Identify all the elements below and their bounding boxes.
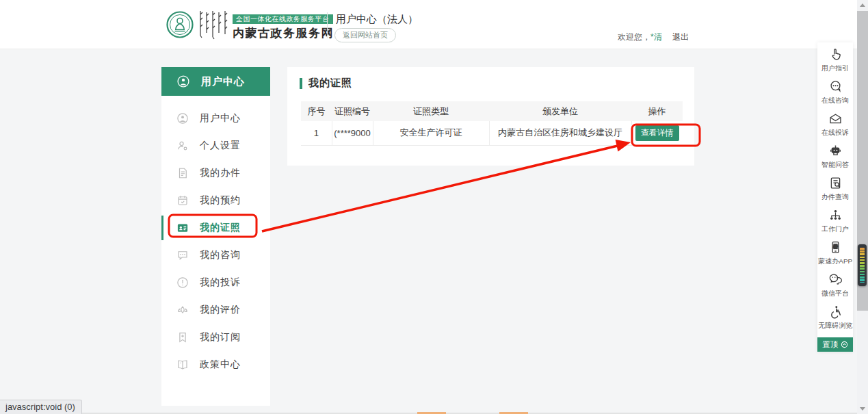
sidebar-item-label: 我的预约 (200, 194, 241, 207)
rp-item-online-consult[interactable]: 在线咨询 (817, 79, 853, 112)
rp-item-label: 无障碍浏览 (818, 321, 852, 330)
sidebar-item-label: 个人设置 (200, 140, 241, 152)
sidebar-item-label: 我的投诉 (200, 276, 241, 289)
alert-icon (176, 276, 189, 289)
view-details-button[interactable]: 查看详情 (635, 125, 679, 141)
header-divider (327, 12, 328, 38)
rp-item-label: 在线投诉 (821, 128, 849, 137)
sidebar-item-my-items[interactable]: 我的办件 (161, 159, 270, 187)
rp-item-user-guide[interactable]: 用户指引 (817, 47, 853, 79)
cell-issuer: 内蒙古自治区住房和城乡建设厅 (489, 121, 631, 145)
back-home-button[interactable]: 返回网站首页 (334, 28, 396, 42)
sidebar-item-policy-center[interactable]: 政策中心 (161, 351, 270, 378)
sidebar-item-my-certificates[interactable]: 我的证照 (161, 214, 270, 242)
col-header-action: 操作 (631, 101, 683, 121)
cell-cert-type: 安全生产许可证 (373, 121, 489, 145)
scroll-up-arrow-icon[interactable] (860, 3, 865, 7)
rp-item-label: 工作门户 (821, 224, 849, 233)
welcome-bar: 欢迎您，*清 退出 (618, 31, 689, 43)
wechat-icon (828, 272, 843, 287)
rp-item-label: 微信平台 (821, 289, 849, 298)
sidebar-item-label: 我的订阅 (200, 331, 241, 344)
browser-status-bubble: javascript:void (0) (0, 400, 82, 414)
rp-item-accessibility[interactable]: 无障碍浏览 (817, 305, 853, 337)
page-title: 用户中心（法人） (336, 13, 418, 26)
rp-item-label: 智能问答 (821, 160, 849, 169)
col-header-cert-type: 证照类型 (373, 101, 489, 121)
accessibility-icon (828, 305, 843, 319)
certificates-table: 序号 证照编号 证照类型 颁发单位 操作 1 (****9000 安全生产许可证… (301, 101, 683, 146)
calendar-icon (176, 194, 189, 207)
browser-scrollbar[interactable] (857, 0, 868, 414)
user-circle-icon (176, 75, 190, 88)
sidebar-item-label: 我的证照 (200, 222, 241, 234)
username[interactable]: *清 (650, 32, 662, 42)
sidebar-item-my-subscriptions[interactable]: 我的订阅 (161, 324, 270, 351)
top-header: 全国一体化在线政务服务平台 内蒙古政务服务网 用户中心（法人） 返回网站首页 欢… (0, 0, 857, 49)
id-card-icon (176, 222, 189, 234)
rp-item-label: 在线咨询 (821, 96, 849, 105)
rp-item-online-complaint[interactable]: 在线投诉 (817, 112, 853, 144)
complaint-letter-icon (828, 112, 843, 126)
sidebar-item-label: 我的办件 (200, 167, 241, 179)
rp-item-label: 办件查询 (821, 192, 849, 201)
section-title-bar (300, 78, 302, 89)
cell-action: 查看详情 (631, 121, 683, 145)
col-header-cert-no: 证照编号 (332, 101, 373, 121)
section-title: 我的证照 (300, 77, 352, 90)
page: 全国一体化在线政务服务平台 内蒙古政务服务网 用户中心（法人） 返回网站首页 欢… (0, 0, 868, 414)
sidebar-item-my-consultations[interactable]: 我的咨询 (161, 242, 270, 269)
sitemap-icon (828, 208, 843, 222)
scroll-down-arrow-icon[interactable] (860, 407, 865, 411)
back-to-top-button[interactable]: 置顶 (817, 337, 853, 352)
extension-meter-widget (858, 244, 867, 286)
sidebar-item-label: 我的评价 (200, 304, 241, 316)
sidebar-item-my-reviews[interactable]: 我的评价 (161, 296, 270, 324)
sidebar-selected-accent (161, 216, 163, 240)
document-icon (176, 167, 189, 179)
cell-seq: 1 (301, 121, 332, 145)
site-name: 内蒙古政务服务网 (233, 25, 334, 41)
praise-icon (176, 304, 189, 316)
online-chat-icon (828, 79, 843, 94)
sidebar-item-my-complaints[interactable]: 我的投诉 (161, 269, 270, 296)
sidebar-header: 用户中心 (161, 67, 270, 96)
svg-text:APP: APP (832, 246, 838, 248)
rp-item-label: 用户指引 (821, 64, 849, 73)
table-row: 1 (****9000 安全生产许可证 内蒙古自治区住房和城乡建设厅 查看详情 (301, 121, 683, 145)
rp-item-work-portal[interactable]: 工作门户 (817, 208, 853, 240)
app-phone-icon: APP (828, 240, 843, 255)
user-icon (176, 112, 189, 125)
my-certificates-panel: 我的证照 序号 证照编号 证照类型 颁发单位 操作 1 (****9000 安全… (287, 67, 694, 166)
sidebar-item-label: 政策中心 (200, 359, 241, 371)
sidebar-item-my-appointments[interactable]: 我的预约 (161, 187, 270, 214)
logout-link[interactable]: 退出 (672, 32, 689, 42)
chat-icon (176, 249, 189, 261)
platform-badge: 全国一体化在线政务服务平台 (233, 14, 333, 24)
welcome-prefix: 欢迎您， (618, 32, 650, 42)
sidebar-item-label: 用户中心 (200, 112, 241, 125)
rp-item-mengsuban-app[interactable]: APP 蒙速办APP (817, 240, 853, 272)
level-meter-icon (860, 248, 865, 283)
bookmark-icon (176, 331, 189, 344)
sidebar-item-user-center[interactable]: 用户中心 (161, 105, 270, 132)
circle-up-icon (841, 341, 848, 348)
sidebar-menu: 用户中心 个人设置 我的办件 我的预约 我的证照 我的咨询 (161, 96, 270, 378)
rp-item-case-query[interactable]: 办件查询 (817, 176, 853, 208)
person-settings-icon (176, 140, 189, 152)
hand-pointer-icon (828, 47, 843, 62)
rp-item-smart-qa[interactable]: 智能问答 (817, 144, 853, 176)
sidebar-item-personal-settings[interactable]: 个人设置 (161, 132, 270, 159)
annotation-overlay (0, 0, 868, 414)
right-quick-panel: 用户指引 在线咨询 在线投诉 智能问答 办件查询 工作门户 APP 蒙速办APP (817, 42, 853, 352)
policy-book-icon (176, 359, 189, 371)
doc-search-icon (828, 176, 843, 190)
table-header-row: 序号 证照编号 证照类型 颁发单位 操作 (301, 101, 683, 121)
cell-cert-no: (****9000 (332, 121, 373, 145)
site-emblem-icon (166, 11, 194, 38)
col-header-issuer: 颁发单位 (489, 101, 631, 121)
robot-icon (828, 144, 843, 158)
sidebar-item-label: 我的咨询 (200, 249, 241, 261)
col-header-seq: 序号 (301, 101, 332, 121)
rp-item-wechat-platform[interactable]: 微信平台 (817, 272, 853, 305)
